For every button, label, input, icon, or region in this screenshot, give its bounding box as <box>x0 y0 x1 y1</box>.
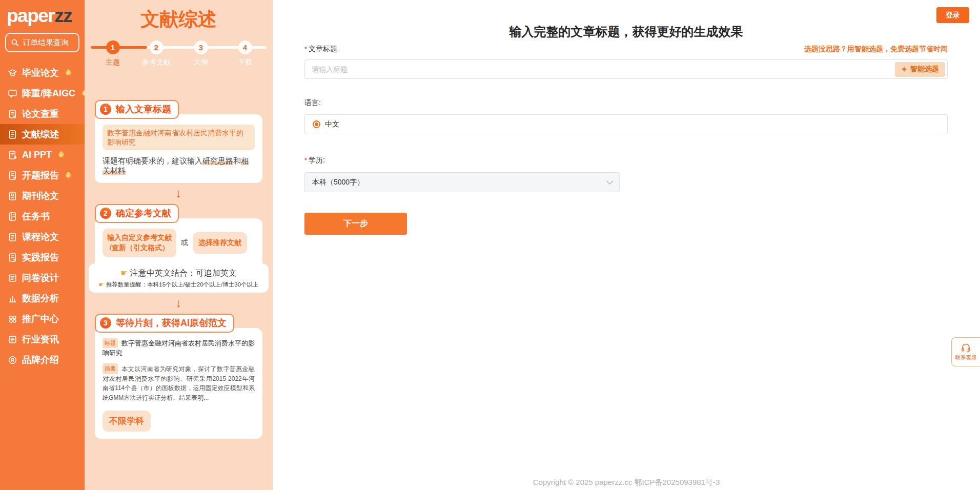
brand-logo[interactable]: paperzz <box>0 0 85 25</box>
sample-title-text: 数字普惠金融对河南省农村居民消费水平的影响研究 <box>103 339 255 357</box>
sidebar-item-label: 推广中心 <box>22 313 59 325</box>
title-input-wrap: ✦智能选题 <box>304 59 948 79</box>
sidebar-item-questionnaire-design[interactable]: 问卷设计 <box>0 268 85 288</box>
sidebar-item-label: 实践报告 <box>22 251 59 263</box>
sidebar-item-task-book[interactable]: 任务书 <box>0 206 85 227</box>
step-outline[interactable]: 3 大纲 <box>194 40 208 67</box>
degree-select[interactable]: 本科（5000字） <box>304 172 620 192</box>
main-area: 登录 输入完整的文章标题，获得更好的生成效果 *文章标题 选题没思路？用智能选题… <box>273 0 980 490</box>
abstract-badge: 摘要 <box>103 363 118 374</box>
custom-reference-pill: 输入自定义参考文献 /查新（引文格式） <box>103 229 176 257</box>
sidebar-item-graduation-thesis[interactable]: 毕业论文 <box>0 63 85 83</box>
sidebar-item-label: 行业资讯 <box>22 333 59 345</box>
step-references[interactable]: 2 参考文献 <box>142 40 171 67</box>
reference-note-bar: ☛注意中英文结合：可追加英文 ☛推荐数量提醒：本科15个以上/硕士20个以上/博… <box>89 263 269 293</box>
recommended-reference-pill: 选择推荐文献 <box>193 232 247 254</box>
step-label: 下载 <box>238 58 252 67</box>
wizard-panel: 文献综述 1 主题 2 参考文献 3 大纲 4 下载 <box>85 0 273 490</box>
required-mark: * <box>304 156 307 164</box>
sidebar-menu: 毕业论文 降重/降AIGC 论文查重 文献综述 AI PPT <box>0 63 85 370</box>
sidebar-item-literature-review[interactable]: 文献综述 <box>0 124 85 145</box>
sidebar-item-course-paper[interactable]: 课程论文 <box>0 227 85 247</box>
wizard-title: 文献综述 <box>85 7 273 32</box>
sidebar-item-label: 问卷设计 <box>22 272 59 284</box>
grid-dots-icon <box>8 314 17 324</box>
doc-lines-icon <box>8 130 17 139</box>
sidebar-item-label: 期刊论文 <box>22 190 59 202</box>
hot-flame-icon <box>57 151 66 159</box>
step-topic[interactable]: 1 主题 <box>106 40 120 67</box>
stepper: 1 主题 2 参考文献 3 大纲 4 下载 <box>85 40 273 69</box>
note-line1: ☛注意中英文结合：可追加英文 <box>91 268 267 279</box>
guide-cards: 1 输入文章标题 数字普惠金融对河南省农村居民消费水平的影响研究 课题有明确要求… <box>85 100 273 439</box>
sidebar-item-label: 毕业论文 <box>22 67 59 79</box>
guide-card2-title: 确定参考文献 <box>116 207 171 219</box>
guide-card3-title: 等待片刻，获得AI原创范文 <box>116 317 227 329</box>
tip-highlight-1: 研究思路 <box>202 156 233 165</box>
doc-check-icon <box>8 109 17 119</box>
sidebar-item-journal-paper[interactable]: 期刊论文 <box>0 186 85 206</box>
sidebar-item-industry-news[interactable]: 行业资讯 <box>0 329 85 350</box>
sidebar-item-plagiarism-check[interactable]: 论文查重 <box>0 104 85 124</box>
radio-selected-icon <box>313 120 320 128</box>
article-title-input[interactable] <box>305 65 895 73</box>
search-icon <box>11 38 19 47</box>
sparkle-icon: ✦ <box>901 65 907 73</box>
contact-support-button[interactable]: 联系客服 <box>951 337 980 366</box>
sidebar-item-reduce-aigc[interactable]: 降重/降AIGC <box>0 83 85 104</box>
chevron-down-icon <box>606 178 613 185</box>
sample-abstract-row: 摘要本文以河南省为研究对象，探讨了数字普惠金融对农村居民消费水平的影响。研究采用… <box>103 363 255 403</box>
sidebar-item-promotion-center[interactable]: 推广中心 <box>0 309 85 329</box>
reference-options-row: 输入自定义参考文献 /查新（引文格式） 或 选择推荐文献 <box>103 229 255 257</box>
step-label: 主题 <box>106 58 120 67</box>
note1-text: 注意中英文结合：可追加英文 <box>130 269 237 277</box>
example-title-pill: 数字普惠金融对河南省农村居民消费水平的影响研究 <box>103 125 255 150</box>
degree-label: *学历: <box>304 156 948 165</box>
sidebar-item-label: 开题报告 <box>22 169 59 181</box>
sidebar-item-label: 降重/降AIGC <box>22 87 75 99</box>
or-text: 或 <box>181 238 188 248</box>
smart-topic-link[interactable]: 选题没思路？用智能选题，免费选题节省时间 <box>804 45 948 54</box>
step-download[interactable]: 4 下载 <box>238 40 252 67</box>
title-label-row: *文章标题 选题没思路？用智能选题，免费选题节省时间 <box>304 45 948 54</box>
pointer-icon: ☛ <box>120 269 128 277</box>
logo-part2: zz <box>54 5 72 26</box>
search-label: 订单结果查询 <box>23 38 69 48</box>
page: paperzz 订单结果查询 毕业论文 降重/降AIGC 论文查重 文 <box>0 0 980 490</box>
guide-card2-body: 输入自定义参考文献 /查新（引文格式） 或 选择推荐文献 <box>95 218 262 270</box>
step1-badge: 1 <box>100 104 111 115</box>
bar-chart-icon <box>8 294 17 303</box>
journal-icon <box>8 191 17 201</box>
language-label: 语言: <box>304 98 948 108</box>
step-label: 大纲 <box>194 58 208 67</box>
sidebar-item-data-analysis[interactable]: 数据分析 <box>0 288 85 309</box>
practice-report-icon <box>8 253 17 262</box>
sidebar-item-label: 文献综述 <box>22 128 59 140</box>
degree-selected-value: 本科（5000字） <box>312 178 364 187</box>
chat-edit-icon <box>8 89 17 98</box>
sidebar-item-label: 论文查重 <box>22 108 59 120</box>
sidebar-item-label: 课程论文 <box>22 231 59 243</box>
sidebar-item-proposal-report[interactable]: 开题报告 <box>0 165 85 186</box>
sidebar-item-ai-ppt[interactable]: AI PPT <box>0 145 85 165</box>
guide-card3-body: 标题数字普惠金融对河南省农村居民消费水平的影响研究 摘要本文以河南省为研究对象，… <box>95 328 262 439</box>
sample-title-row: 标题数字普惠金融对河南省农村居民消费水平的影响研究 <box>103 338 255 358</box>
guide-card1-title: 输入文章标题 <box>116 103 171 115</box>
next-step-button[interactable]: 下一步 <box>304 213 407 235</box>
title-badge: 标题 <box>103 338 118 348</box>
order-result-search[interactable]: 订单结果查询 <box>5 33 79 52</box>
step-label: 参考文献 <box>142 58 171 67</box>
step-number: 2 <box>150 40 164 54</box>
smart-topic-button[interactable]: ✦智能选题 <box>895 62 945 77</box>
sidebar-item-brand-intro[interactable]: 品牌介绍 <box>0 350 85 370</box>
smart-topic-button-label: 智能选题 <box>910 65 939 74</box>
degree-label-text: 学历: <box>309 156 325 164</box>
any-subject-pill: 不限学科 <box>103 411 151 432</box>
step2-badge: 2 <box>100 208 111 219</box>
down-arrow-icon: ↓ <box>95 187 262 199</box>
language-option-chinese[interactable]: 中文 <box>304 114 948 134</box>
form-content: 输入完整的文章标题，获得更好的生成效果 *文章标题 选题没思路？用智能选题，免费… <box>304 0 948 235</box>
sidebar-item-practice-report[interactable]: 实践报告 <box>0 247 85 268</box>
language-option-label: 中文 <box>325 120 339 129</box>
sidebar-item-label: 品牌介绍 <box>22 354 59 366</box>
